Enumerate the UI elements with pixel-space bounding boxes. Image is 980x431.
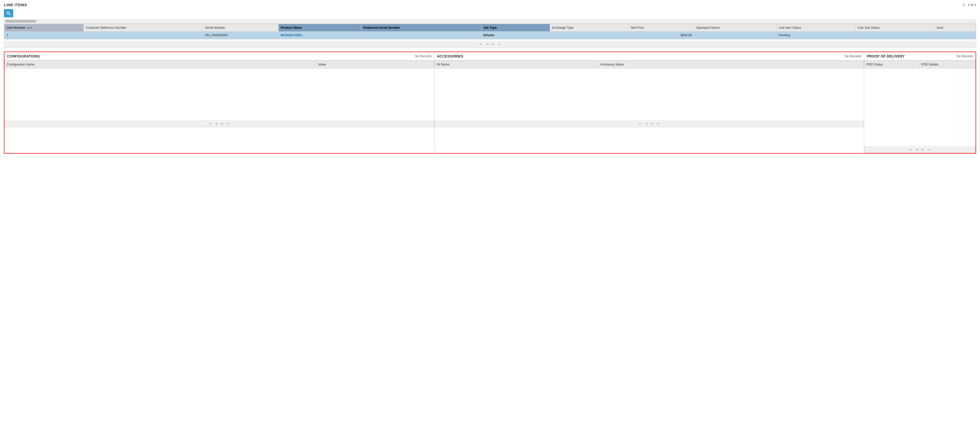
col-line-number[interactable]: Line Number ▲▼ [5,24,84,32]
col-exchange-type[interactable]: Exchange Type [550,24,629,32]
pod-header-row: POD Status POD Details [864,61,975,68]
pod-body [864,68,975,146]
acc-first-button[interactable]: ⏮ [637,121,642,126]
pod-last-button[interactable]: ⏭ [927,147,932,152]
configurations-no-records: No Records [415,54,431,58]
first-page-button[interactable]: ⏮ [478,42,484,46]
pod-title: PROOF OF DELIVERY [867,54,905,58]
accessories-table-wrapper: Kit Name Accessory Name [434,60,864,68]
pod-no-records: No Records [957,54,973,58]
accessories-header-row: Kit Name Accessory Name [434,61,864,68]
accessories-body [434,68,864,120]
config-next-button[interactable]: ▶ [220,121,224,126]
col-line-item-status[interactable]: Line Item Status [776,24,856,32]
cell-exchange-type [550,32,629,39]
pod-first-button[interactable]: ⏮ [908,147,913,152]
configurations-body [5,68,434,120]
page-container: LINE ITEMS 1 - 1 of 1 Line Number ▲▼ [0,0,980,156]
cell-line-sub-status [856,32,935,39]
col-net-price[interactable]: Net Price [629,24,694,32]
last-page-button[interactable]: ⏭ [497,42,502,46]
cell-sparepool-name [694,32,776,39]
cell-product-name: MC9190-G30S... [278,32,361,39]
configurations-header: CONFIGURATIONS No Records [5,52,434,60]
configurations-table: Configuration Name Value [5,60,434,68]
svg-point-0 [7,12,10,14]
cell-job-type: Billable [481,32,550,39]
col-job-type[interactable]: Job Type [481,24,550,32]
col-serial-number[interactable]: Serial Number [203,24,278,32]
config-col-value[interactable]: Value [316,61,434,68]
pod-table: POD Status POD Details [864,60,975,68]
accessories-pagination: ⏮ ◀ ▶ ⏭ [434,120,864,127]
toolbar [4,9,976,17]
accessories-title: ACCESSORIES [437,54,463,58]
table-row[interactable]: 1 SN_UNKNOWN MC9190-G30S... Billable $84… [5,32,976,39]
pod-prev-button[interactable]: ◀ [915,147,919,152]
configurations-table-wrapper: Configuration Name Value [5,60,434,68]
prev-page-button[interactable]: ◀ [485,42,489,46]
pod-col-details[interactable]: POD Details [919,61,975,68]
configurations-header-row: Configuration Name Value [5,61,434,68]
configurations-section: CONFIGURATIONS No Records Configuration … [5,52,434,153]
sort-arrows: ▲▼ [27,27,32,29]
config-first-button[interactable]: ⏮ [207,121,213,126]
col-line-sub-status[interactable]: Line Sub Status [856,24,935,32]
config-col-name[interactable]: Configuration Name [5,61,316,68]
col-sparepool-name[interactable]: Sparepool Name [694,24,776,32]
line-items-header: LINE ITEMS 1 - 1 of 1 [4,3,976,7]
cell-net-price: $840.80 [629,32,694,39]
pod-pagination: ⏮ ◀ ▶ ⏭ [864,146,975,153]
acc-next-button[interactable]: ▶ [650,121,654,126]
accessories-no-records: No Records [845,54,861,58]
next-page-button[interactable]: ▶ [491,42,495,46]
acc-col-accessory-name[interactable]: Accessory Name [598,61,864,68]
configurations-title: CONFIGURATIONS [7,54,40,58]
acc-last-button[interactable]: ⏭ [656,121,661,126]
config-last-button[interactable]: ⏭ [226,121,231,126]
cell-line-item-status: Pending [776,32,856,39]
col-invoice[interactable]: Invoi [934,24,975,32]
cell-invoice [934,32,975,39]
pod-table-wrapper: POD Status POD Details [864,60,975,68]
configurations-pagination: ⏮ ◀ ▶ ⏭ [5,120,434,127]
col-product-name[interactable]: Product Name [278,24,361,32]
horizontal-scrollbar-top[interactable] [4,19,976,23]
col-outbound-serial[interactable]: Outbound Serial Number [361,24,481,32]
line-items-title: LINE ITEMS [4,3,27,7]
accessories-table: Kit Name Accessory Name [434,60,864,68]
pod-col-status[interactable]: POD Status [864,61,919,68]
pod-header: PROOF OF DELIVERY No Records [864,52,975,60]
config-prev-button[interactable]: ◀ [214,121,218,126]
pod-next-button[interactable]: ▶ [921,147,925,152]
cell-outbound-serial [361,32,481,39]
table-header-row: Line Number ▲▼ Customer Reference Number… [5,24,976,32]
accessories-section: ACCESSORIES No Records Kit Name Accessor… [434,52,864,153]
search-icon [6,11,11,15]
scroll-thumb-top[interactable] [5,20,36,22]
line-items-table-wrapper: Line Number ▲▼ Customer Reference Number… [4,24,976,40]
cell-customer-ref [84,32,203,39]
col-customer-ref[interactable]: Customer Reference Number [84,24,203,32]
svg-line-1 [9,14,10,15]
accessories-header: ACCESSORIES No Records [434,52,864,60]
proof-of-delivery-section: PROOF OF DELIVERY No Records POD Status … [864,52,975,153]
search-button[interactable] [4,9,13,17]
acc-col-kit-name[interactable]: Kit Name [434,61,598,68]
cell-serial-number: SN_UNKNOWN [203,32,278,39]
bottom-sections: CONFIGURATIONS No Records Configuration … [4,52,976,154]
acc-prev-button[interactable]: ◀ [644,121,648,126]
cell-line-number: 1 [5,32,84,39]
line-items-pagination: ⏮ ◀ ▶ ⏭ [4,41,976,48]
record-count: 1 - 1 of 1 [963,3,976,7]
line-items-table: Line Number ▲▼ Customer Reference Number… [4,24,976,39]
